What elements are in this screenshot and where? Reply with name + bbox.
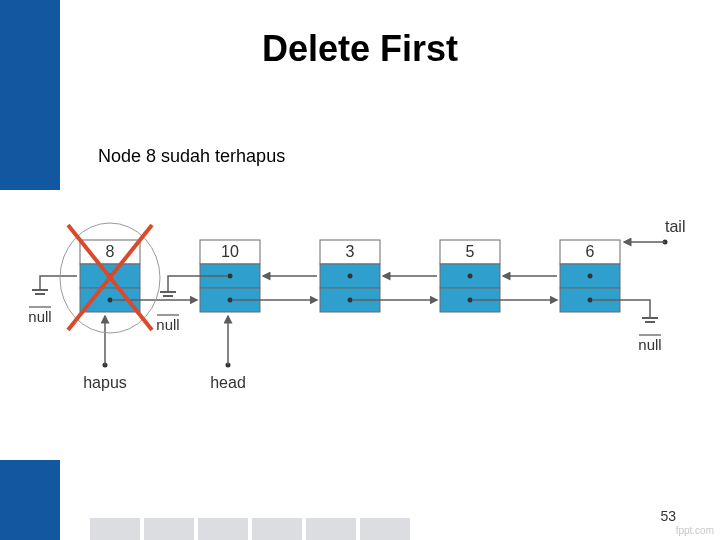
hapus-pointer: hapus	[83, 316, 127, 391]
tail-pointer: tail	[624, 218, 685, 245]
svg-point-9	[228, 298, 233, 303]
node-6: 6	[560, 240, 620, 312]
svg-point-14	[348, 298, 353, 303]
node-value: 3	[346, 243, 355, 260]
svg-point-23	[588, 274, 593, 279]
null-left-label: null	[28, 308, 51, 325]
svg-point-19	[468, 298, 473, 303]
svg-point-18	[468, 274, 473, 279]
svg-point-13	[348, 274, 353, 279]
node-value: 5	[466, 243, 475, 260]
node-value: 10	[221, 243, 239, 260]
tail-label: tail	[665, 218, 685, 235]
node-5: 5	[440, 240, 500, 312]
node-3: 3	[320, 240, 380, 312]
page-number: 53	[660, 508, 676, 524]
null-right-label: null	[638, 336, 661, 353]
caption-text: Node 8 sudah terhapus	[98, 146, 285, 167]
svg-point-8	[228, 274, 233, 279]
node-value: 6	[586, 243, 595, 260]
node-value: 8	[106, 243, 115, 260]
slide-title: Delete First	[0, 28, 720, 70]
head-label: head	[210, 374, 246, 391]
svg-point-4	[108, 298, 113, 303]
head-pointer: head	[210, 316, 246, 391]
watermark: fppt.com	[676, 525, 714, 536]
prev-arrow-null	[40, 276, 77, 290]
null-mid-label: null	[156, 316, 179, 333]
linked-list-diagram: 8 10 3 5	[0, 190, 720, 460]
svg-point-24	[588, 298, 593, 303]
hapus-label: hapus	[83, 374, 127, 391]
footer-decor	[90, 518, 410, 540]
